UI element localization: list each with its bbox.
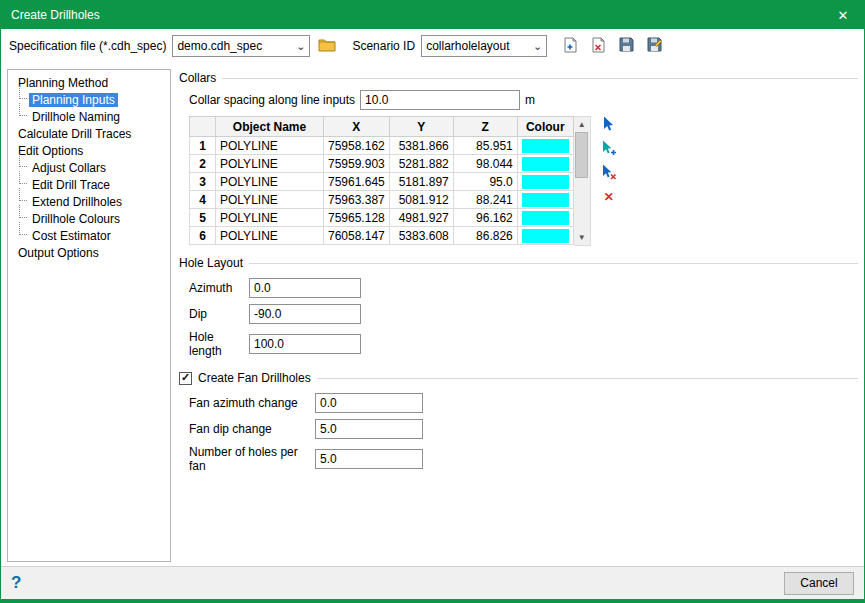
scroll-up-button[interactable]: ▲ (574, 117, 590, 132)
y-cell[interactable]: 5081.912 (389, 191, 453, 209)
colour-swatch[interactable] (522, 139, 569, 153)
sidebar-item-extend-drillholes[interactable]: Extend Drillholes (10, 193, 168, 210)
colour-cell[interactable] (517, 209, 573, 227)
object-name-cell[interactable]: POLYLINE (216, 227, 324, 245)
colour-swatch[interactable] (522, 211, 569, 225)
sidebar-item-output-options[interactable]: Output Options (10, 244, 168, 261)
remove-pick-button[interactable] (600, 164, 618, 182)
row-number-cell[interactable]: 2 (190, 155, 216, 173)
row-number-cell[interactable]: 5 (190, 209, 216, 227)
create-fan-checkbox[interactable]: ✓ (179, 372, 192, 385)
x-cell[interactable]: 75959.903 (324, 155, 390, 173)
colour-cell[interactable] (517, 155, 573, 173)
sidebar-item-calculate-drill-traces[interactable]: Calculate Drill Traces (10, 125, 168, 142)
window-title: Create Drillholes (11, 8, 100, 22)
column-header-x[interactable]: X (324, 117, 390, 137)
collar-spacing-input[interactable] (360, 90, 520, 110)
scrollbar-track[interactable] (574, 178, 590, 230)
y-cell[interactable]: 5381.866 (389, 137, 453, 155)
sidebar-item-drillhole-naming[interactable]: Drillhole Naming (10, 108, 168, 125)
tree-connector (19, 188, 27, 201)
spec-file-combobox[interactable]: demo.cdh_spec ⌄ (172, 35, 310, 57)
colour-cell[interactable] (517, 191, 573, 209)
azimuth-input[interactable] (249, 278, 361, 298)
colour-swatch[interactable] (522, 157, 569, 171)
column-header-y[interactable]: Y (389, 117, 453, 137)
browse-spec-file-button[interactable] (316, 35, 338, 57)
colour-cell[interactable] (517, 227, 573, 245)
colour-swatch[interactable] (522, 229, 569, 243)
help-icon: ? (11, 573, 21, 592)
table-row: 1 POLYLINE 75958.162 5381.866 85.951 (190, 137, 574, 155)
add-pick-arrow-icon (601, 140, 617, 159)
object-name-cell[interactable]: POLYLINE (216, 155, 324, 173)
pick-object-button[interactable] (600, 116, 618, 134)
row-number-cell[interactable]: 4 (190, 191, 216, 209)
add-pick-button[interactable] (600, 140, 618, 158)
y-cell[interactable]: 5383.608 (389, 227, 453, 245)
z-cell[interactable]: 85.951 (453, 137, 517, 155)
hole-length-input[interactable] (249, 334, 361, 354)
x-cell[interactable]: 75961.645 (324, 173, 390, 191)
colour-swatch[interactable] (522, 193, 569, 207)
z-cell[interactable]: 96.162 (453, 209, 517, 227)
x-cell[interactable]: 75963.387 (324, 191, 390, 209)
save-as-icon (647, 37, 662, 55)
delete-scenario-button[interactable] (587, 35, 609, 57)
scenario-id-combobox[interactable]: collarholelayout ⌄ (421, 35, 547, 57)
window-bottom-border (1, 599, 864, 602)
collars-group-header: Collars (179, 71, 858, 85)
create-fan-label[interactable]: Create Fan Drillholes (198, 371, 311, 385)
fan-dip-change-input[interactable] (315, 419, 423, 439)
sidebar-item-drillhole-colours[interactable]: Drillhole Colours (10, 210, 168, 227)
delete-row-button[interactable]: ✕ (600, 188, 618, 206)
object-name-cell[interactable]: POLYLINE (216, 173, 324, 191)
object-name-cell[interactable]: POLYLINE (216, 209, 324, 227)
sidebar-item-edit-options[interactable]: Edit Options (10, 142, 168, 159)
y-cell[interactable]: 5281.882 (389, 155, 453, 173)
group-divider (222, 78, 858, 79)
tree-connector (19, 154, 27, 167)
object-name-cell[interactable]: POLYLINE (216, 191, 324, 209)
colour-cell[interactable] (517, 173, 573, 191)
sidebar-item-planning-inputs[interactable]: Planning Inputs (10, 91, 168, 108)
spec-file-label: Specification file (*.cdh_spec) (9, 39, 166, 53)
colour-cell[interactable] (517, 137, 573, 155)
fan-dip-change-label: Fan dip change (189, 422, 315, 436)
save-scenario-as-button[interactable] (643, 35, 665, 57)
close-button[interactable]: ✕ (822, 1, 864, 29)
z-cell[interactable]: 86.826 (453, 227, 517, 245)
z-cell[interactable]: 95.0 (453, 173, 517, 191)
cancel-button[interactable]: Cancel (784, 572, 854, 595)
column-header-colour[interactable]: Colour (517, 117, 573, 137)
sidebar-item-cost-estimator[interactable]: Cost Estimator (10, 227, 168, 244)
fan-azimuth-change-input[interactable] (315, 393, 423, 413)
column-header-z[interactable]: Z (453, 117, 517, 137)
sidebar-item-adjust-collars[interactable]: Adjust Collars (10, 159, 168, 176)
toolbar: Specification file (*.cdh_spec) demo.cdh… (1, 29, 864, 63)
sidebar-item-planning-method[interactable]: Planning Method (10, 74, 168, 91)
row-number-cell[interactable]: 6 (190, 227, 216, 245)
row-number-cell[interactable]: 3 (190, 173, 216, 191)
scroll-down-button[interactable]: ▼ (574, 230, 590, 245)
help-button[interactable]: ? (11, 573, 21, 593)
y-cell[interactable]: 4981.927 (389, 209, 453, 227)
collars-table: Object Name X Y Z Colour 1 POLYLINE 7595… (189, 116, 574, 245)
row-number-cell[interactable]: 1 (190, 137, 216, 155)
z-cell[interactable]: 98.044 (453, 155, 517, 173)
column-header-object-name[interactable]: Object Name (216, 117, 324, 137)
scrollbar-thumb[interactable] (575, 132, 588, 178)
colour-swatch[interactable] (522, 175, 569, 189)
y-cell[interactable]: 5181.897 (389, 173, 453, 191)
table-corner-cell[interactable] (190, 117, 216, 137)
x-cell[interactable]: 75965.128 (324, 209, 390, 227)
holes-per-fan-input[interactable] (315, 449, 423, 469)
object-name-cell[interactable]: POLYLINE (216, 137, 324, 155)
sidebar-item-edit-drill-trace[interactable]: Edit Drill Trace (10, 176, 168, 193)
x-cell[interactable]: 75958.162 (324, 137, 390, 155)
save-scenario-button[interactable] (615, 35, 637, 57)
x-cell[interactable]: 76058.147 (324, 227, 390, 245)
z-cell[interactable]: 88.241 (453, 191, 517, 209)
dip-input[interactable] (249, 304, 361, 324)
new-scenario-button[interactable] (559, 35, 581, 57)
